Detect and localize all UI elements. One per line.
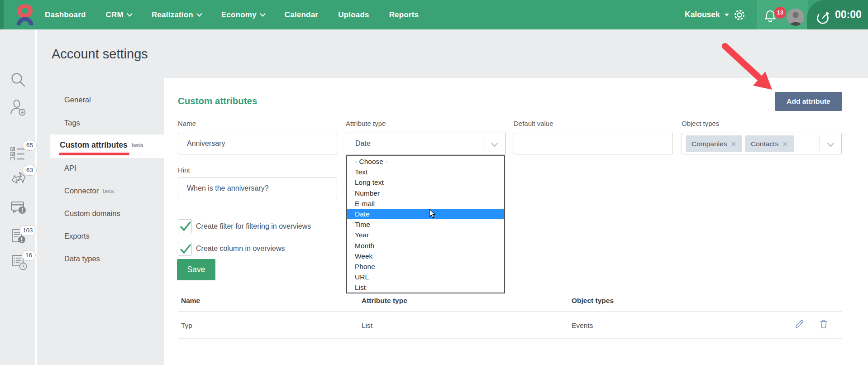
nav-item-dashboard[interactable]: Dashboard: [45, 10, 86, 19]
select-divider: [483, 136, 483, 151]
column-header-attribute-type: Attribute type: [362, 297, 407, 305]
documents-count-badge: 103: [19, 225, 36, 236]
sidebar-item-api[interactable]: API: [64, 164, 76, 173]
remove-tag-icon[interactable]: [782, 141, 788, 147]
sidebar-item-exports[interactable]: Exports: [64, 232, 90, 240]
option-number[interactable]: Number: [347, 188, 504, 198]
default-value-label: Default value: [514, 120, 553, 127]
option-choose[interactable]: - Choose -: [347, 156, 504, 167]
option-email[interactable]: E-mail: [347, 198, 504, 209]
option-long-text[interactable]: Long text: [347, 177, 504, 187]
option-week[interactable]: Week: [347, 251, 504, 261]
app-logo[interactable]: [14, 5, 35, 25]
nav-item-realization[interactable]: Realization: [152, 10, 201, 19]
attribute-type-select[interactable]: Date: [346, 133, 506, 154]
row-cell-object-types: Events: [572, 322, 593, 330]
create-column-checkbox[interactable]: [178, 242, 192, 256]
create-filter-label: Create filter for filtering in overviews: [196, 222, 311, 231]
nav-item-crm[interactable]: CRM: [106, 10, 132, 19]
beta-badge: beta: [103, 188, 114, 194]
create-filter-checkbox[interactable]: [178, 219, 192, 233]
sidebar-item-connector[interactable]: Connectorbeta: [64, 187, 114, 195]
object-type-tag-contacts: Contacts: [745, 135, 794, 152]
default-value-input[interactable]: [514, 133, 673, 154]
column-header-name: Name: [181, 297, 200, 305]
user-menu[interactable]: Kalousek: [685, 0, 729, 29]
table-divider: [178, 311, 842, 312]
object-type-tag-companies: Companies: [686, 135, 742, 152]
table-bottom-divider: [178, 338, 842, 339]
option-phone[interactable]: Phone: [347, 261, 504, 272]
option-time[interactable]: Time: [347, 219, 504, 230]
active-item-underline: [59, 153, 129, 155]
attribute-type-value: Date: [355, 133, 371, 154]
caret-down-icon: [725, 14, 729, 16]
row-cell-name: Typ: [181, 322, 192, 330]
nav-menu: Dashboard CRM Realization Economy Calend…: [45, 0, 419, 29]
nav-item-uploads[interactable]: Uploads: [338, 10, 369, 19]
chevron-down-icon: [491, 140, 498, 147]
option-month[interactable]: Month: [347, 240, 504, 251]
checkmark-icon: [178, 220, 192, 234]
sidebar-item-data-types[interactable]: Data types: [64, 255, 100, 263]
hint-input[interactable]: [178, 178, 337, 199]
documents-clock-count-badge: 16: [22, 250, 36, 261]
top-navbar: Dashboard CRM Realization Economy Calend…: [0, 0, 868, 29]
chevron-down-icon: [827, 140, 835, 147]
option-year[interactable]: Year: [347, 230, 504, 240]
nav-item-calendar[interactable]: Calendar: [285, 10, 318, 19]
card-alert-icon[interactable]: [10, 200, 27, 216]
save-button[interactable]: Save: [177, 259, 215, 280]
timer-section[interactable]: 00:00: [807, 0, 868, 29]
beta-badge: beta: [132, 142, 143, 149]
option-list[interactable]: List: [347, 282, 504, 293]
sidebar-item-tags[interactable]: Tags: [64, 119, 80, 127]
attribute-type-label: Attribute type: [346, 120, 386, 127]
delete-trash-icon[interactable]: [819, 319, 828, 329]
section-heading: Custom attributes: [178, 96, 257, 106]
rail-divider: [35, 29, 37, 365]
checklist-count-badge: 65: [23, 140, 37, 151]
option-text[interactable]: Text: [347, 167, 504, 177]
object-types-select[interactable]: Companies Contacts: [682, 133, 842, 154]
sidebar-item-custom-domains[interactable]: Custom domains: [64, 209, 120, 218]
attribute-type-dropdown: - Choose - Text Long text Number E-mail …: [346, 155, 505, 293]
name-label: Name: [178, 120, 196, 127]
object-types-label: Object types: [682, 120, 719, 127]
page-title: Account settings: [52, 47, 148, 62]
nav-item-reports[interactable]: Reports: [389, 10, 419, 19]
create-column-label: Create column in overviews: [196, 245, 285, 253]
name-input[interactable]: [178, 133, 337, 154]
remove-tag-icon[interactable]: [731, 141, 736, 147]
user-avatar[interactable]: [787, 9, 804, 26]
sidebar-item-custom-attributes[interactable]: Custom attributesbeta: [60, 140, 143, 150]
checkmark-icon: [178, 242, 192, 256]
chevron-down-icon: [196, 11, 202, 17]
option-date[interactable]: Date: [347, 209, 504, 219]
hint-label: Hint: [178, 166, 190, 174]
row-cell-attribute-type: List: [362, 322, 372, 330]
add-attribute-button[interactable]: Add attribute: [775, 92, 842, 111]
option-url[interactable]: URL: [347, 272, 504, 282]
column-header-object-types: Object types: [572, 297, 614, 305]
sidebar-item-general[interactable]: General: [64, 96, 91, 104]
chevron-down-icon: [260, 11, 266, 17]
chevron-down-icon: [127, 11, 133, 17]
edit-pencil-icon[interactable]: [794, 319, 804, 329]
timer-value: 00:00: [835, 0, 862, 29]
select-divider: [820, 136, 820, 151]
search-icon[interactable]: [10, 72, 27, 88]
notifications-count-badge: 13: [774, 7, 786, 19]
timer-icon: [816, 10, 830, 25]
add-person-icon[interactable]: [9, 99, 27, 116]
nav-item-economy[interactable]: Economy: [221, 10, 265, 19]
navbar-left-strip: [0, 0, 4, 29]
sent-count-badge: 63: [23, 165, 37, 176]
settings-gear-icon[interactable]: [733, 8, 746, 22]
